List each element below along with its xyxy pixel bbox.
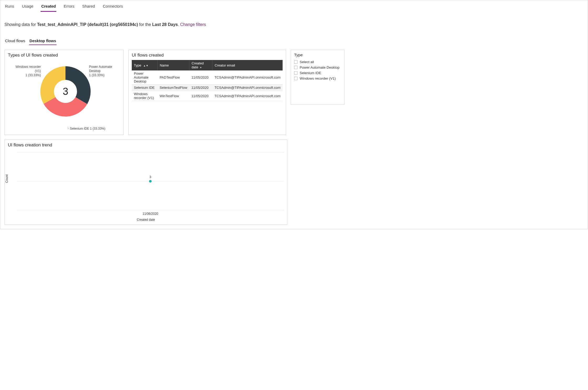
tab-created[interactable]: Created bbox=[41, 3, 56, 12]
cell-type: Power Automate Desktop bbox=[132, 70, 157, 85]
col-header-created[interactable]: Created date ▾ bbox=[189, 60, 212, 70]
filter-title: Type bbox=[294, 53, 341, 57]
sub-tab-desktop-flows[interactable]: Desktop flows bbox=[29, 38, 57, 45]
checkbox-icon[interactable] bbox=[294, 60, 298, 64]
filter-card: Type Select all Power Automate Desktop S… bbox=[291, 50, 344, 105]
sub-tabs: Cloud flows Desktop flows bbox=[4, 38, 584, 45]
col-header-name[interactable]: Name bbox=[157, 60, 189, 70]
cell-email: TCSAdmin@TIPAdminAPI.onmicrosoft.com bbox=[212, 70, 283, 85]
cell-name: PADTestFlow bbox=[157, 70, 189, 85]
table-title: UI flows created bbox=[132, 53, 283, 58]
col-header-type-label: Type bbox=[134, 63, 141, 67]
donut-card: Types of UI flows created 3 Power Automa… bbox=[4, 50, 124, 135]
donut-label-pad-line1: Power Automate Desktop bbox=[89, 65, 120, 73]
trend-point[interactable] bbox=[149, 180, 152, 183]
filter-item-windows[interactable]: Windows recorder (V1) bbox=[294, 76, 341, 81]
change-filters-link[interactable]: Change filters bbox=[180, 22, 206, 27]
cell-type: Windows recorder (V1) bbox=[132, 91, 157, 101]
cell-name: SeleniumTestFlow bbox=[157, 85, 189, 91]
tab-runs[interactable]: Runs bbox=[4, 3, 15, 12]
filter-item-label: Select all bbox=[300, 60, 314, 64]
context-period: . bbox=[178, 22, 180, 27]
filter-item-select-all[interactable]: Select all bbox=[294, 59, 341, 65]
filter-item-label: Windows recorder (V1) bbox=[300, 76, 336, 80]
tab-usage[interactable]: Usage bbox=[21, 3, 34, 12]
trend-title: UI flows creation trend bbox=[8, 142, 284, 148]
col-header-created-label: Created date bbox=[191, 61, 204, 69]
cell-name: WinTestFlow bbox=[157, 91, 189, 101]
context-summary: Showing data for Test_test_AdminAPI_TIP … bbox=[4, 22, 584, 27]
cell-created: 11/05/2020 bbox=[189, 70, 212, 85]
donut-title: Types of UI flows created bbox=[8, 53, 120, 58]
ui-flows-table: Type ▲▼ Name Created date ▾ Creator emai… bbox=[132, 60, 283, 101]
cell-email: TCSAdmin@TIPAdminAPI.onmicrosoft.com bbox=[212, 91, 283, 101]
sort-icon[interactable]: ▲▼ bbox=[143, 64, 149, 67]
sub-tab-cloud-flows[interactable]: Cloud flows bbox=[4, 38, 26, 45]
context-range: Last 28 Days bbox=[152, 22, 178, 27]
trend-card: UI flows creation trend Count 4 3 2 3 11… bbox=[4, 140, 287, 225]
tab-connectors[interactable]: Connectors bbox=[102, 3, 123, 12]
y-axis-label: Count bbox=[5, 174, 9, 183]
donut-label-win-line1: Windows recorder (V1) bbox=[9, 65, 41, 73]
filter-item-label: Power Automate Desktop bbox=[300, 65, 339, 69]
donut-label-pad-line2: 1 (33.33%) bbox=[89, 73, 120, 77]
table-row[interactable]: Power Automate Desktop PADTestFlow 11/05… bbox=[132, 70, 283, 85]
table-row[interactable]: Selenium IDE SeleniumTestFlow 11/05/2020… bbox=[132, 85, 283, 91]
x-tick: 11/06/2020 bbox=[142, 212, 158, 216]
main-tabs: Runs Usage Created Errors Shared Connect… bbox=[4, 0, 584, 12]
donut-label-sel: Selenium IDE 1 (33.33%) bbox=[70, 127, 105, 130]
table-row[interactable]: Windows recorder (V1) WinTestFlow 11/05/… bbox=[132, 91, 283, 101]
x-axis-label: Created date bbox=[8, 218, 284, 222]
donut-label-win-line2: 1 (33.33%) bbox=[9, 73, 41, 77]
checkbox-icon[interactable] bbox=[294, 71, 298, 75]
cell-email: TCSAdmin@TIPAdminAPI.onmicrosoft.com bbox=[212, 85, 283, 91]
trend-chart[interactable]: 4 3 2 3 11/06/2020 bbox=[17, 150, 284, 218]
filter-item-selenium[interactable]: Selenium IDE bbox=[294, 70, 341, 76]
context-prefix: Showing data for bbox=[4, 22, 37, 27]
cell-created: 11/05/2020 bbox=[189, 91, 212, 101]
context-mid: for the bbox=[138, 22, 152, 27]
cell-created: 11/05/2020 bbox=[189, 85, 212, 91]
checkbox-icon[interactable] bbox=[294, 66, 298, 69]
table-card: UI flows created Type ▲▼ Name Created da… bbox=[128, 50, 286, 135]
checkbox-icon[interactable] bbox=[294, 77, 298, 80]
donut-center-value: 3 bbox=[39, 65, 92, 118]
tab-errors[interactable]: Errors bbox=[63, 3, 75, 12]
cell-type: Selenium IDE bbox=[132, 85, 157, 91]
context-env-name: Test_test_AdminAPI_TIP (default)31 (org5… bbox=[37, 22, 138, 27]
trend-point-label: 3 bbox=[150, 175, 151, 179]
col-header-email[interactable]: Creator email bbox=[212, 60, 283, 70]
filter-item-label: Selenium IDE bbox=[300, 71, 321, 75]
filter-item-pad[interactable]: Power Automate Desktop bbox=[294, 65, 341, 70]
chevron-down-icon[interactable]: ▾ bbox=[200, 66, 201, 69]
tab-shared[interactable]: Shared bbox=[82, 3, 95, 12]
col-header-type[interactable]: Type ▲▼ bbox=[132, 60, 157, 70]
